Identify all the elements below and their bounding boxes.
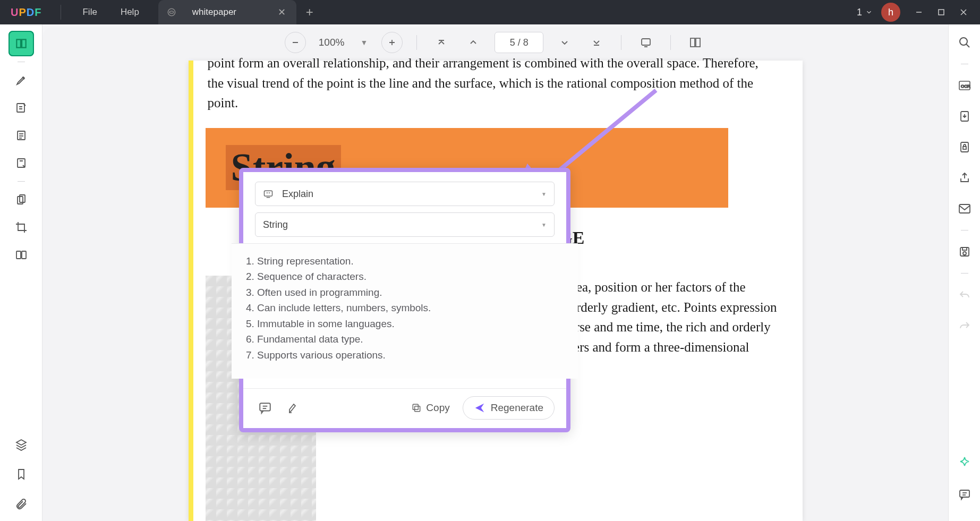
zoom-in-button[interactable] bbox=[381, 32, 403, 53]
svg-rect-23 bbox=[696, 38, 700, 47]
zoom-out-button[interactable] bbox=[285, 32, 306, 53]
ai-explain-panel: Explain ▼ String ▼ String representation… bbox=[239, 168, 570, 432]
zoom-dropdown[interactable]: ▼ bbox=[357, 38, 371, 47]
tab-close-button[interactable]: ✕ bbox=[275, 5, 289, 19]
svg-line-32 bbox=[966, 44, 969, 47]
svg-rect-37 bbox=[963, 147, 966, 149]
highlighter-tool[interactable] bbox=[8, 67, 34, 93]
page-number-input[interactable]: 5 / 8 bbox=[495, 32, 543, 53]
svg-point-0 bbox=[168, 8, 175, 16]
window-maximize[interactable] bbox=[930, 3, 952, 22]
ai-topic-label: String bbox=[263, 219, 288, 230]
ai-result-item: String representation. bbox=[257, 253, 564, 269]
user-avatar[interactable]: h bbox=[881, 3, 900, 22]
tab-title: whitepaper bbox=[192, 7, 275, 18]
svg-rect-2 bbox=[939, 10, 944, 15]
menu-file[interactable]: File bbox=[71, 3, 108, 22]
svg-rect-22 bbox=[691, 38, 695, 47]
svg-rect-5 bbox=[17, 104, 24, 112]
ai-topic-select[interactable]: String ▼ bbox=[255, 212, 555, 237]
copy-button[interactable]: Copy bbox=[406, 399, 455, 417]
note-tool[interactable] bbox=[8, 95, 34, 121]
svg-rect-40 bbox=[962, 247, 967, 250]
ai-result-item: Sequence of characters. bbox=[257, 269, 564, 284]
view-toolbar: 100% ▼ 5 / 8 bbox=[42, 28, 948, 57]
email-button[interactable] bbox=[955, 199, 974, 218]
window-minimize[interactable] bbox=[908, 3, 930, 22]
redo-button[interactable] bbox=[955, 316, 974, 335]
page-layout-button[interactable] bbox=[685, 32, 706, 53]
menu-help[interactable]: Help bbox=[109, 3, 151, 22]
explain-icon bbox=[263, 189, 274, 199]
search-button[interactable] bbox=[955, 33, 974, 52]
titlebar: UPDF File Help whitepaper ✕ + 1 h bbox=[0, 0, 980, 24]
chevron-down-icon: ▼ bbox=[541, 191, 547, 197]
regenerate-label: Regenerate bbox=[491, 402, 543, 414]
page-tool[interactable] bbox=[8, 123, 34, 148]
save-button[interactable] bbox=[955, 242, 974, 261]
presentation-button[interactable] bbox=[635, 32, 657, 53]
ocr-button[interactable]: OCR bbox=[955, 76, 974, 95]
highlight-button[interactable] bbox=[283, 398, 303, 418]
svg-rect-36 bbox=[961, 142, 968, 152]
left-sidebar bbox=[0, 24, 42, 521]
svg-text:OCR: OCR bbox=[961, 84, 970, 89]
next-page-button[interactable] bbox=[554, 32, 575, 53]
svg-rect-29 bbox=[415, 406, 420, 412]
svg-rect-42 bbox=[960, 490, 969, 497]
document-tab[interactable]: whitepaper ✕ bbox=[158, 0, 296, 24]
protect-button[interactable] bbox=[955, 138, 974, 157]
svg-rect-30 bbox=[413, 404, 419, 409]
undo-button[interactable] bbox=[955, 285, 974, 304]
svg-rect-38 bbox=[959, 204, 970, 213]
svg-rect-13 bbox=[16, 251, 21, 259]
ai-mode-label: Explain bbox=[282, 189, 313, 200]
tab-doc-icon bbox=[167, 7, 176, 17]
layers-button[interactable] bbox=[8, 432, 34, 457]
svg-rect-20 bbox=[642, 39, 650, 45]
organize-pages-tool[interactable] bbox=[8, 187, 34, 212]
ai-mode-select[interactable]: Explain ▼ bbox=[255, 182, 555, 206]
first-page-button[interactable] bbox=[431, 32, 452, 53]
app-logo: UPDF bbox=[11, 6, 41, 19]
doc-paragraph-1: point form an overall relationship, and … bbox=[189, 57, 803, 113]
svg-rect-26 bbox=[260, 403, 270, 411]
svg-rect-14 bbox=[22, 251, 26, 259]
attachment-button[interactable] bbox=[8, 491, 34, 517]
ai-result-item: Supports various operations. bbox=[257, 347, 564, 363]
share-button[interactable] bbox=[955, 168, 974, 187]
ai-result-item: Often used in programming. bbox=[257, 285, 564, 300]
comment-button[interactable] bbox=[255, 398, 275, 418]
bookmark-button[interactable] bbox=[8, 462, 34, 487]
right-sidebar: OCR bbox=[948, 24, 980, 521]
ai-result-item: Can include letters, numbers, symbols. bbox=[257, 300, 564, 315]
prev-page-button[interactable] bbox=[463, 32, 484, 53]
copy-icon bbox=[411, 403, 422, 413]
ai-result-item: Immutable in some languages. bbox=[257, 316, 564, 331]
compare-tool[interactable] bbox=[8, 242, 34, 268]
zoom-value: 100% bbox=[317, 37, 347, 48]
reader-mode-button[interactable] bbox=[8, 31, 34, 56]
svg-rect-25 bbox=[265, 191, 272, 196]
new-tab-button[interactable]: + bbox=[296, 3, 323, 22]
last-page-button[interactable] bbox=[586, 32, 607, 53]
ai-result-item: Fundamental data type. bbox=[257, 331, 564, 347]
comments-panel-button[interactable] bbox=[955, 485, 974, 504]
ai-sparkle-button[interactable] bbox=[955, 454, 974, 473]
chevron-down-icon: ▼ bbox=[541, 222, 547, 228]
document-area: 100% ▼ 5 / 8 point form an overall relat… bbox=[42, 28, 948, 521]
send-icon bbox=[474, 402, 485, 414]
copy-label: Copy bbox=[426, 402, 449, 414]
credits-badge[interactable]: 1 bbox=[857, 7, 873, 18]
export-button[interactable] bbox=[955, 107, 974, 126]
window-close[interactable] bbox=[952, 3, 975, 22]
svg-point-41 bbox=[963, 252, 966, 255]
crop-tool[interactable] bbox=[8, 215, 34, 240]
svg-point-31 bbox=[960, 38, 967, 45]
ai-results: String representation.Sequence of charac… bbox=[232, 243, 578, 379]
form-tool[interactable] bbox=[8, 150, 34, 176]
regenerate-button[interactable]: Regenerate bbox=[463, 396, 555, 420]
